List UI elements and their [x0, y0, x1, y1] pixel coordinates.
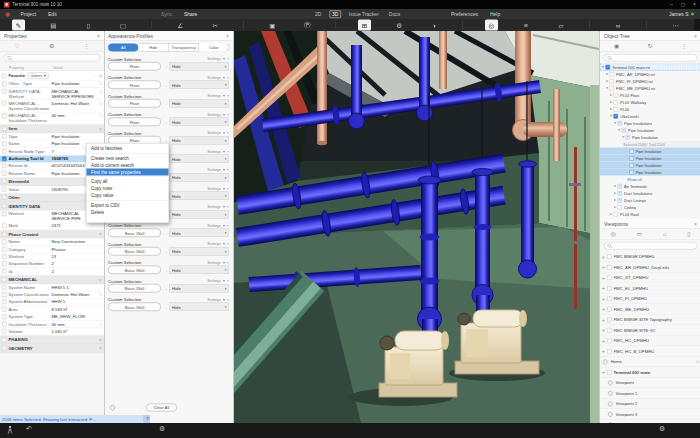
selection-pill[interactable]: Floor: [108, 62, 161, 71]
settings-caret-icon[interactable]: ▾: [223, 260, 225, 265]
property-row-mechanical-system-classification[interactable]: MECHANICAL - System ClassificationDomest…: [0, 100, 104, 112]
section-checkbox[interactable]: [2, 277, 7, 282]
viewpoint-row-fmc-el-dpmhu[interactable]: +FMC_EL_DPMHU: [600, 283, 700, 294]
tree-checkbox[interactable]: ✓: [606, 65, 611, 70]
tree-checkbox[interactable]: [610, 79, 615, 84]
property-row-system-name[interactable]: System NameHHW 5 1: [0, 284, 104, 291]
properties-search[interactable]: [4, 54, 100, 62]
property-row-type[interactable]: TypePipe Insulation: [0, 133, 104, 140]
gear-icon[interactable]: ⚙: [49, 43, 54, 50]
favorite-heart-icon[interactable]: ♡: [98, 89, 103, 94]
row-checkbox[interactable]: [2, 322, 7, 327]
profile-close-icon[interactable]: ×: [227, 149, 229, 154]
profile-close-icon[interactable]: ×: [227, 260, 229, 265]
tree-checkbox[interactable]: ×: [626, 135, 631, 140]
favorite-user-select[interactable]: James▾: [28, 72, 48, 79]
measure-icon[interactable]: ∠: [174, 20, 187, 31]
viewpoint-checkbox[interactable]: [607, 338, 612, 343]
markup-cart-icon[interactable]: ⊞: [358, 20, 371, 31]
property-row-mark[interactable]: Mark2471: [0, 223, 104, 230]
property-section-mechanical[interactable]: MECHANICAL∨: [0, 275, 104, 284]
viewpoint-row-fmc-bimgr-site-topography[interactable]: +FMC BIMGR SITE Topography: [600, 315, 700, 326]
row-checkbox[interactable]: [2, 211, 7, 216]
row-checkbox[interactable]: [2, 187, 7, 192]
favorite-heart-icon[interactable]: ♡: [98, 292, 103, 297]
viewpoint-row-fmc-hc-dpmhu[interactable]: +FMC_HC_DPMHU: [600, 336, 700, 347]
property-section-geometry[interactable]: GEOMETRY∨: [0, 344, 104, 353]
viewpoint-row-viewpoint-2[interactable]: Viewpoint 2: [600, 399, 700, 410]
action-select[interactable]: Hide▾: [170, 118, 230, 127]
close-icon[interactable]: ×: [694, 221, 697, 227]
settings-caret-icon[interactable]: ▾: [223, 149, 225, 154]
settings-link[interactable]: Settings: [207, 205, 221, 210]
profile-close-icon[interactable]: ×: [227, 57, 229, 62]
settings-link[interactable]: Settings: [207, 168, 221, 173]
row-checkbox[interactable]: [2, 254, 7, 259]
appearance-profiles-icon[interactable]: ✎: [12, 20, 25, 31]
settings-link[interactable]: Settings: [207, 75, 221, 80]
property-row-volume[interactable]: Volume1.061 ft³: [0, 328, 104, 335]
menu-preferences[interactable]: Preferences: [451, 11, 478, 17]
favorite-heart-icon[interactable]: ♡: [98, 101, 103, 106]
row-checkbox[interactable]: [2, 171, 7, 176]
menu-item-add-to-favorites[interactable]: Add to favorites: [87, 145, 169, 152]
profile-close-icon[interactable]: ×: [227, 279, 229, 284]
row-checkbox[interactable]: [2, 300, 7, 305]
contrast-icon[interactable]: ◑: [428, 20, 441, 31]
settings-link[interactable]: Settings: [207, 186, 221, 191]
viewpoint-row-home[interactable]: Home⌂: [600, 357, 700, 368]
pin-icon[interactable]: [109, 404, 116, 411]
row-checkbox[interactable]: [2, 89, 7, 94]
settings-link[interactable]: Settings: [207, 279, 221, 284]
tree-checkbox[interactable]: [610, 72, 615, 77]
tree-node-pipe-insulation[interactable]: Pipe Insulation: [600, 169, 700, 176]
menu-item-delete[interactable]: Delete: [87, 209, 169, 216]
viewpoint-row-viewpoint-3[interactable]: Viewpoint 3: [600, 409, 700, 420]
mode-tab-3d[interactable]: 3D: [329, 10, 340, 18]
target-pin-icon[interactable]: ◎: [485, 20, 498, 31]
profile-close-icon[interactable]: ×: [227, 205, 229, 210]
profile-close-icon[interactable]: ×: [227, 242, 229, 247]
settings-caret-icon[interactable]: ▾: [223, 112, 225, 117]
refresh-icon[interactable]: ↻: [648, 43, 653, 50]
settings-caret-icon[interactable]: ▾: [223, 131, 225, 136]
point-marker-icon[interactable]: Ⓟ: [301, 20, 314, 31]
appearance-tab-hide[interactable]: Hide: [139, 44, 169, 52]
property-row-category[interactable]: CategoryPhases: [0, 246, 104, 253]
tree-node-ceiling[interactable]: ▸Ceiling: [600, 204, 700, 211]
action-select[interactable]: Hide▾: [170, 173, 230, 182]
favorite-heart-icon[interactable]: ♡: [98, 82, 103, 87]
viewpoint-row-terminal-001-main[interactable]: +Terminal 001 main: [600, 367, 700, 378]
action-select[interactable]: Hide▾: [170, 284, 230, 293]
row-checkbox[interactable]: [2, 82, 7, 87]
settings-caret-icon[interactable]: ▾: [223, 223, 225, 228]
profile-close-icon[interactable]: ×: [227, 131, 229, 136]
tree-checkbox[interactable]: ×: [618, 191, 623, 196]
viewpoints-search-input[interactable]: [613, 244, 694, 249]
property-row-system-abbreviation[interactable]: System AbbreviationHHW 5: [0, 299, 104, 306]
property-row-workset[interactable]: Workset13: [0, 253, 104, 260]
row-checkbox[interactable]: ✓: [2, 156, 7, 161]
gear-icon[interactable]: ⚙: [393, 20, 406, 31]
settings-caret-icon[interactable]: ▾: [223, 168, 225, 173]
row-checkbox[interactable]: [2, 240, 7, 245]
profile-close-icon[interactable]: ×: [227, 168, 229, 173]
profile-close-icon[interactable]: ×: [227, 223, 229, 228]
minimize-button[interactable]: –: [671, 2, 674, 7]
clipboard-icon[interactable]: ▢: [117, 20, 130, 31]
sync-button[interactable]: Sync: [161, 11, 172, 17]
section-checkbox[interactable]: [2, 232, 7, 237]
tree-node-fmc-me-dpmhu-rvt[interactable]: ▾FMC_ME_DPMHU.rvt: [600, 85, 700, 92]
tree-node-pipe-insulation[interactable]: Pipe Insulation: [600, 162, 700, 169]
undo-icon[interactable]: ↶: [26, 425, 32, 433]
settings-caret-icon[interactable]: ▾: [223, 205, 225, 210]
tree-checkbox[interactable]: [618, 205, 623, 210]
settings-link[interactable]: Settings: [207, 260, 221, 265]
selection-pill[interactable]: Basic Wall: [108, 303, 161, 312]
tree-node-nolevel[interactable]: ▾✓<NoLevel>: [600, 113, 700, 120]
profile-close-icon[interactable]: ×: [227, 75, 229, 80]
tree-node-pl00[interactable]: ▸PL00: [600, 106, 700, 113]
section-checkbox[interactable]: [2, 179, 7, 184]
home-icon[interactable]: ⌂: [663, 231, 667, 238]
snapshot-icon[interactable]: ▭: [636, 231, 642, 238]
